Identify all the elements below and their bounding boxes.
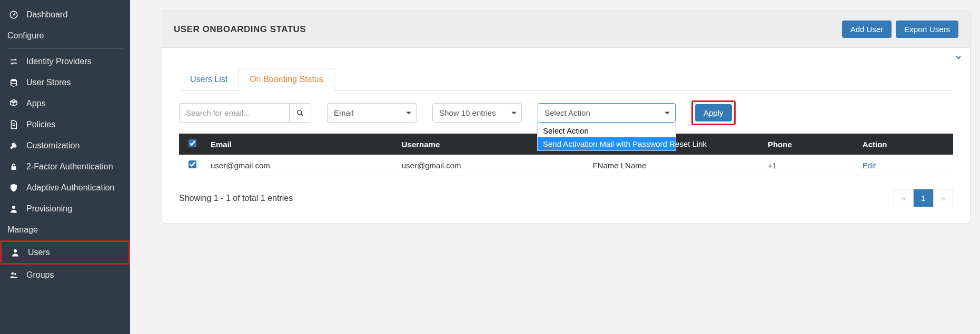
sidebar-section-manage: Manage <box>0 219 130 240</box>
sidebar-item-apps[interactable]: Apps <box>0 93 130 114</box>
panel-header: USER ONBOARDING STATUS Add User Export U… <box>162 11 971 48</box>
page-size-select-wrap: Show 10 entries <box>432 103 522 123</box>
database-icon <box>7 78 20 87</box>
action-select-container: Select Action Select Action Send Activat… <box>538 103 676 123</box>
action-select[interactable]: Select Action <box>538 104 675 122</box>
sidebar: Dashboard Configure Identity Providers U… <box>0 0 130 334</box>
add-user-button[interactable]: Add User <box>842 21 892 38</box>
sidebar-label: Groups <box>26 270 54 280</box>
sidebar-label: Customization <box>26 141 80 150</box>
sidebar-item-adaptive-auth[interactable]: Adaptive Authentication <box>0 177 130 198</box>
sidebar-item-dashboard[interactable]: Dashboard <box>0 4 130 25</box>
shield-icon <box>7 183 20 193</box>
action-dropdown-menu: Select Action Send Activation Mail with … <box>537 124 676 151</box>
search-by-select[interactable]: Email <box>327 103 417 123</box>
header-phone: Phone <box>763 134 857 155</box>
apply-highlight: Apply <box>691 100 736 125</box>
sidebar-divider <box>7 48 123 49</box>
main-content: USER ONBOARDING STATUS Add User Export U… <box>130 0 980 334</box>
exchange-icon <box>7 57 20 66</box>
filter-bar: Email Show 10 entries Select Action Sele… <box>179 100 953 125</box>
svg-point-5 <box>14 249 17 252</box>
users-icon <box>7 270 20 280</box>
file-icon <box>7 120 20 129</box>
tabs: Users List On Boarding Status <box>179 68 953 91</box>
user-icon <box>9 248 22 257</box>
sidebar-label: Apps <box>26 99 45 108</box>
svg-point-8 <box>298 110 302 114</box>
action-option-send-activation[interactable]: Send Activation Mail with Password Reset… <box>538 137 676 150</box>
header-action: Action <box>857 134 953 155</box>
svg-point-2 <box>11 79 17 82</box>
edit-link[interactable]: Edit <box>863 161 876 170</box>
search-icon <box>296 109 304 117</box>
tab-onboarding-status[interactable]: On Boarding Status <box>239 68 334 91</box>
sidebar-item-policies[interactable]: Policies <box>0 114 130 135</box>
panel-body: Users List On Boarding Status Email Show… <box>162 48 971 224</box>
sidebar-label: Adaptive Authentication <box>26 183 114 193</box>
cell-phone: +1 <box>763 155 857 176</box>
sidebar-item-groups[interactable]: Groups <box>0 265 130 286</box>
sidebar-item-provisioning[interactable]: Provisioning <box>0 198 130 219</box>
svg-point-6 <box>12 272 14 275</box>
sidebar-label: Policies <box>26 120 55 129</box>
sidebar-label: User Stores <box>26 78 71 87</box>
select-all-checkbox[interactable] <box>189 139 196 147</box>
collapse-toggle[interactable] <box>954 53 963 62</box>
header-email: Email <box>205 134 397 155</box>
export-users-button[interactable]: Export Users <box>896 21 958 38</box>
cube-icon <box>7 99 20 108</box>
table-row: user@gmail.com user@gmail.com FName LNam… <box>179 155 953 176</box>
page-size-select[interactable]: Show 10 entries <box>432 103 522 123</box>
pagination: « 1 » <box>894 189 953 207</box>
search-button[interactable] <box>290 103 311 123</box>
chevron-down-icon <box>954 53 963 62</box>
svg-rect-3 <box>12 166 16 170</box>
page-next[interactable]: » <box>934 189 953 207</box>
tab-users-list[interactable]: Users List <box>179 68 239 91</box>
search-by-select-wrap: Email <box>327 103 417 123</box>
sidebar-label: 2-Factor Authentication <box>26 162 113 171</box>
apply-button[interactable]: Apply <box>695 104 732 122</box>
user-icon <box>7 204 20 214</box>
sidebar-item-user-stores[interactable]: User Stores <box>0 72 130 93</box>
search-input[interactable] <box>179 103 290 123</box>
page-prev[interactable]: « <box>894 189 914 207</box>
cell-email: user@gmail.com <box>205 155 397 176</box>
row-checkbox[interactable] <box>189 160 196 168</box>
cell-username: user@gmail.com <box>397 155 588 176</box>
action-option-default[interactable]: Select Action <box>538 124 676 137</box>
page-title: USER ONBOARDING STATUS <box>174 24 306 35</box>
sidebar-item-identity-providers[interactable]: Identity Providers <box>0 51 130 72</box>
sidebar-item-customization[interactable]: Customization <box>0 135 130 156</box>
svg-point-4 <box>12 206 15 209</box>
svg-point-1 <box>13 14 15 16</box>
page-1[interactable]: 1 <box>914 189 933 207</box>
svg-point-7 <box>14 273 16 275</box>
wrench-icon <box>7 141 20 150</box>
sidebar-item-users[interactable]: Users <box>0 240 130 265</box>
dashboard-icon <box>7 10 20 19</box>
sidebar-label: Users <box>28 248 50 257</box>
sidebar-section-configure: Configure <box>0 25 130 46</box>
table-footer: Showing 1 - 1 of total 1 entries « 1 » <box>179 189 953 207</box>
results-text: Showing 1 - 1 of total 1 entries <box>179 194 293 203</box>
search-group <box>179 103 311 123</box>
sidebar-label: Identity Providers <box>26 57 92 66</box>
lock-icon <box>7 162 20 171</box>
header-checkbox-cell <box>179 134 205 155</box>
sidebar-item-2fa[interactable]: 2-Factor Authentication <box>0 156 130 177</box>
sidebar-label: Provisioning <box>26 204 72 214</box>
sidebar-label: Dashboard <box>26 10 67 19</box>
cell-name: FName LName <box>587 155 763 176</box>
